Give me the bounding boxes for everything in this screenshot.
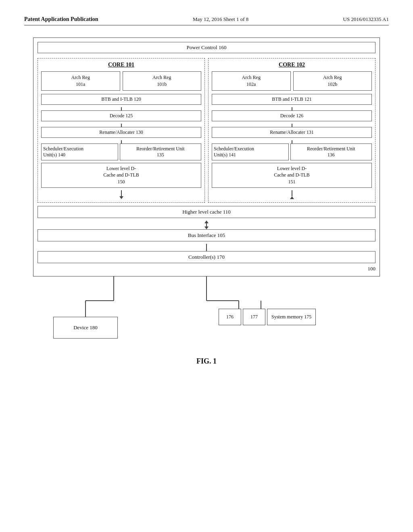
cache-bus-connector bbox=[38, 220, 375, 229]
below-diagram-area: Device 180 176 177 System memory 175 bbox=[33, 276, 380, 349]
core-2-arch-reg-b: Arch Reg 102b bbox=[293, 71, 372, 91]
power-control-bar: Power Control 160 bbox=[38, 42, 375, 53]
system-outer-box: Power Control 160 CORE 101 Arch Reg 101a… bbox=[33, 37, 380, 276]
header-publication: Patent Application Publication bbox=[24, 16, 98, 23]
mem-label-176: 176 bbox=[219, 309, 241, 325]
core-1-lower-cache: Lower level D- Cache and D-TLB 150 bbox=[41, 163, 201, 188]
core-1-arch-reg-b: Arch Reg 101b bbox=[123, 71, 202, 91]
cores-row: CORE 101 Arch Reg 101a Arch Reg 101b BTB… bbox=[38, 58, 375, 203]
core-1-scheduler: Scheduler/Execution Unit(s) 140 bbox=[41, 143, 118, 160]
system-label: 100 bbox=[38, 266, 375, 272]
core-1-decode: Decode 125 bbox=[41, 110, 201, 121]
page: Patent Application Publication May 12, 2… bbox=[0, 0, 413, 532]
core-2-lower-cache: Lower level D- Cache and D-TLB 151 bbox=[212, 163, 372, 188]
bus-ctrl-connector bbox=[38, 244, 375, 251]
header-patent-number: US 2016/0132335 A1 bbox=[343, 16, 389, 23]
core-1-arch-reg-row: Arch Reg 101a Arch Reg 101b bbox=[41, 71, 201, 91]
core-1-box: CORE 101 Arch Reg 101a Arch Reg 101b BTB… bbox=[38, 58, 205, 203]
core-1-sched-reorder-row: Scheduler/Execution Unit(s) 140 Reorder/… bbox=[41, 143, 201, 160]
core-1-rename: Rename/Allocater 130 bbox=[41, 127, 201, 138]
controllers: Controller(s) 170 bbox=[38, 251, 375, 263]
diagram-area: Power Control 160 CORE 101 Arch Reg 101a… bbox=[33, 37, 380, 366]
core-2-rename: Rename/Allocater 131 bbox=[212, 127, 372, 138]
core-1-reorder: Reorder/Retirement Unit 135 bbox=[120, 143, 201, 160]
bus-interface: Bus Interface 105 bbox=[38, 229, 375, 241]
core-2-scheduler: Scheduler/Execution Unit(s) 141 bbox=[212, 143, 289, 160]
memory-labels-row: 176 177 System memory 175 bbox=[219, 309, 316, 325]
fig-label: FIG. 1 bbox=[33, 357, 380, 366]
core-2-arch-reg-a: Arch Reg 102a bbox=[212, 71, 291, 91]
core-2-sched-reorder-row: Scheduler/Execution Unit(s) 141 Reorder/… bbox=[212, 143, 372, 160]
core-2-decode: Decode 126 bbox=[212, 110, 372, 121]
device-box: Device 180 bbox=[53, 317, 118, 339]
header: Patent Application Publication May 12, 2… bbox=[24, 16, 389, 25]
core-2-btb-itlb: BTB and I-TLB 121 bbox=[212, 94, 372, 105]
mem-label-177: 177 bbox=[243, 309, 265, 325]
outer-box-wrapper: Power Control 160 CORE 101 Arch Reg 101a… bbox=[33, 37, 380, 276]
core-2-title: CORE 102 bbox=[212, 62, 372, 68]
core-1-arch-reg-a: Arch Reg 101a bbox=[41, 71, 120, 91]
higher-level-cache: Higher level cache 110 bbox=[38, 206, 375, 218]
header-date-sheet: May 12, 2016 Sheet 1 of 8 bbox=[193, 16, 248, 23]
core-2-box: CORE 102 Arch Reg 102a Arch Reg 102b BTB… bbox=[208, 58, 375, 203]
core-1-btb-itlb: BTB and I-TLB 120 bbox=[41, 94, 201, 105]
system-memory-box: System memory 175 bbox=[267, 309, 316, 325]
core-1-title: CORE 101 bbox=[41, 62, 201, 68]
core-2-reorder: Reorder/Retirement Unit 136 bbox=[290, 143, 372, 160]
core-2-arch-reg-row: Arch Reg 102a Arch Reg 102b bbox=[212, 71, 372, 91]
